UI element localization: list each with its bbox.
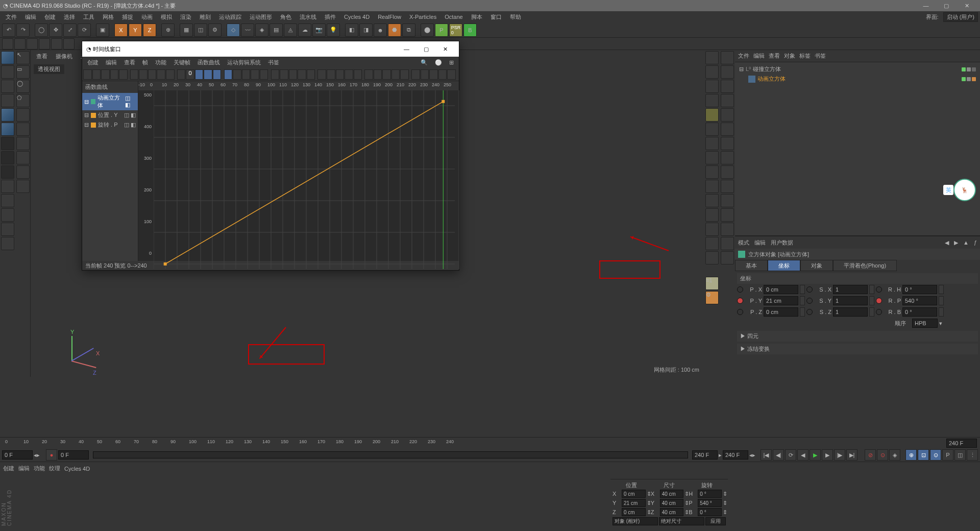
spin-icon[interactable]	[939, 296, 944, 305]
rtool-b4[interactable]	[721, 94, 734, 107]
effector-button[interactable]: ◨	[359, 23, 373, 37]
cube-primitive-button[interactable]: ◇	[227, 23, 240, 37]
scale-button[interactable]: ⤢	[63, 23, 77, 37]
minimize-button[interactable]: —	[916, 0, 936, 11]
fcurve-canvas[interactable]	[154, 90, 460, 274]
order-select[interactable]: HPB	[912, 319, 938, 328]
tw-tool-39[interactable]	[447, 69, 456, 80]
tw-tool-34[interactable]	[400, 69, 409, 80]
rp-input[interactable]: 540 °	[902, 296, 937, 305]
menu-RealFlow[interactable]: RealFlow	[374, 13, 405, 21]
menu-Cycles 4D[interactable]: Cycles 4D	[340, 13, 373, 21]
rtool-8[interactable]	[705, 151, 719, 164]
rtool-b10[interactable]	[721, 180, 734, 193]
tw-tool-3[interactable]	[110, 69, 119, 80]
rtool-b13[interactable]	[721, 223, 734, 236]
apply-button[interactable]: 应用	[705, 517, 726, 525]
workplane-snap-button[interactable]	[1, 208, 14, 222]
rtool-b6[interactable]	[721, 123, 734, 136]
tw-tool-38[interactable]	[438, 69, 447, 80]
rtool-b2[interactable]	[721, 65, 734, 79]
tw-tool-19[interactable]	[260, 69, 268, 80]
rtool-1[interactable]	[705, 51, 719, 64]
vp-menu-摄像机[interactable]: 摄像机	[52, 52, 76, 61]
axis-mode-button[interactable]	[1, 123, 14, 136]
char-button[interactable]: ☻	[374, 23, 387, 37]
poly-mode-button[interactable]	[1, 165, 14, 179]
menu-帮助[interactable]: 帮助	[506, 12, 525, 22]
rtool-11[interactable]	[705, 194, 719, 207]
tw-tool-36[interactable]	[421, 69, 429, 80]
tw-filter-icon[interactable]: ⚪	[432, 58, 445, 67]
objtab-对象[interactable]: 对象	[784, 52, 795, 60]
rtool-b3[interactable]	[721, 80, 734, 93]
go-start-button[interactable]: |◀	[761, 449, 772, 461]
object-row-anim[interactable]: 动画立方体	[737, 74, 978, 84]
objtab-标签[interactable]: 标签	[799, 52, 811, 60]
tw-tool-14[interactable]	[213, 69, 222, 80]
px-input[interactable]: 0 cm	[764, 285, 798, 294]
loop-button[interactable]: ⟳	[785, 449, 796, 461]
sz-input[interactable]: 1	[833, 307, 868, 317]
obj-name-0[interactable]: 碰撞立方体	[753, 65, 781, 73]
environment-button[interactable]: ☁	[298, 23, 311, 37]
menu-运动图形[interactable]: 运动图形	[246, 12, 276, 22]
main-timeline-ruler[interactable]: 0102030405060708090100110120130140150160…	[0, 437, 980, 448]
twmenu-查看[interactable]: 查看	[121, 58, 138, 67]
objtab-文件[interactable]: 文件	[738, 52, 749, 60]
rb-input[interactable]: 0 °	[902, 307, 937, 317]
select-tool-button[interactable]: ↖	[16, 51, 30, 64]
tool-e[interactable]	[51, 38, 62, 50]
layout-select[interactable]: 启动 (用户)	[943, 12, 978, 22]
texture-mode-button[interactable]	[1, 80, 14, 93]
tool-2f[interactable]	[16, 180, 30, 193]
rtool-b7[interactable]	[721, 137, 734, 150]
attrmenu-模式[interactable]: 模式	[738, 239, 749, 247]
rtool-7[interactable]	[705, 137, 719, 150]
menu-动画[interactable]: 动画	[138, 12, 156, 22]
scale-key-toggle[interactable]: ⊡	[918, 449, 929, 461]
tw-tool-27[interactable]	[336, 69, 345, 80]
menu-Octane[interactable]: Octane	[441, 13, 466, 21]
object-mode-button[interactable]	[1, 108, 14, 122]
tw-tool-13[interactable]	[204, 69, 212, 80]
deer-widget-icon[interactable]: 🦌	[953, 179, 976, 201]
twmenu-功能[interactable]: 功能	[152, 58, 169, 67]
tw-tool-18[interactable]	[251, 69, 259, 80]
menu-流水线[interactable]: 流水线	[296, 12, 320, 22]
tw-tool-31[interactable]	[374, 69, 382, 80]
current-frame-input[interactable]: 0 F	[58, 450, 89, 460]
tool-2e[interactable]	[16, 165, 30, 179]
spin-icon[interactable]	[939, 285, 944, 294]
twmenu-关键帧[interactable]: 关键帧	[170, 58, 193, 67]
soft-select-button[interactable]	[1, 223, 14, 236]
simulation-button[interactable]: ⧉	[402, 23, 415, 37]
workplane-button[interactable]	[1, 94, 14, 107]
close-button[interactable]: ✕	[957, 0, 977, 11]
lock-button[interactable]	[1, 237, 14, 250]
tw-tool-37[interactable]	[429, 69, 438, 80]
play-button[interactable]: ▶	[810, 449, 821, 461]
tw-tool-20[interactable]	[271, 69, 280, 80]
tw-tool-17[interactable]	[242, 69, 251, 80]
vp-menu-查看[interactable]: 查看	[33, 52, 51, 61]
rtool-b14[interactable]	[721, 237, 734, 250]
menu-工具[interactable]: 工具	[80, 12, 98, 22]
spin-icon[interactable]	[800, 285, 805, 294]
rh-input[interactable]: 0 °	[902, 285, 937, 294]
tool-f[interactable]	[63, 38, 75, 50]
rtool-b1[interactable]	[721, 51, 734, 64]
move-tool-2[interactable]	[16, 108, 30, 122]
render-view-button[interactable]: ▦	[180, 23, 193, 37]
rec-rb-icon[interactable]	[876, 309, 882, 315]
rec-sz-icon[interactable]	[806, 309, 813, 315]
rtool-b15[interactable]	[721, 251, 734, 264]
array-button[interactable]: ▤	[270, 23, 283, 37]
autokey-button[interactable]: ⊙	[877, 449, 888, 461]
coord-space-select[interactable]: 对象 (相对)	[612, 517, 658, 525]
x-axis-toggle[interactable]: X	[114, 23, 128, 37]
tool-b[interactable]	[14, 38, 26, 50]
spin-icon[interactable]: ◂▸	[749, 452, 755, 458]
plugin-btn-1[interactable]: ⬤	[421, 23, 434, 37]
attrmenu-编辑[interactable]: 编辑	[754, 239, 766, 247]
